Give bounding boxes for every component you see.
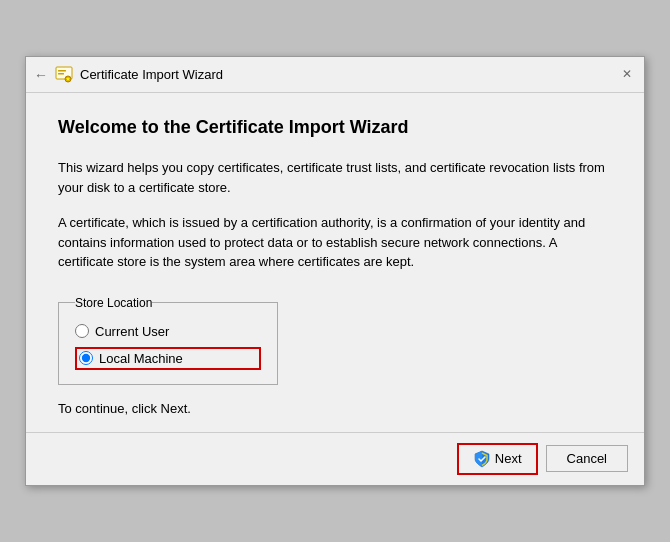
titlebar-title: Certificate Import Wizard [80, 67, 223, 82]
close-button[interactable]: ✕ [616, 63, 638, 85]
description-2: A certificate, which is issued by a cert… [58, 213, 612, 272]
store-location-legend: Store Location [75, 296, 152, 310]
continue-text: To continue, click Next. [58, 401, 612, 416]
local-machine-radio[interactable] [79, 351, 93, 365]
local-machine-option[interactable]: Local Machine [79, 351, 183, 366]
wizard-heading: Welcome to the Certificate Import Wizard [58, 117, 612, 138]
titlebar-left: ← Certificate Import Wizard [34, 65, 223, 85]
local-machine-option-wrapper: Local Machine [75, 347, 261, 370]
description-1: This wizard helps you copy certificates,… [58, 158, 612, 197]
svg-rect-2 [58, 73, 64, 75]
titlebar: ← Certificate Import Wizard ✕ [26, 57, 644, 93]
current-user-radio[interactable] [75, 324, 89, 338]
wizard-window: ← Certificate Import Wizard ✕ Welcome to… [25, 56, 645, 486]
current-user-label: Current User [95, 324, 169, 339]
current-user-option[interactable]: Current User [75, 324, 261, 339]
shield-icon [473, 450, 491, 468]
certificate-icon [54, 65, 74, 85]
back-arrow-icon[interactable]: ← [34, 67, 48, 83]
next-label: Next [495, 451, 522, 466]
local-machine-label: Local Machine [99, 351, 183, 366]
wizard-content: Welcome to the Certificate Import Wizard… [26, 93, 644, 432]
wizard-footer: Next Cancel [26, 432, 644, 485]
cancel-button[interactable]: Cancel [546, 445, 628, 472]
next-button[interactable]: Next [457, 443, 538, 475]
store-location-group: Store Location Current User Local Machin… [58, 296, 278, 385]
svg-rect-1 [58, 70, 66, 72]
